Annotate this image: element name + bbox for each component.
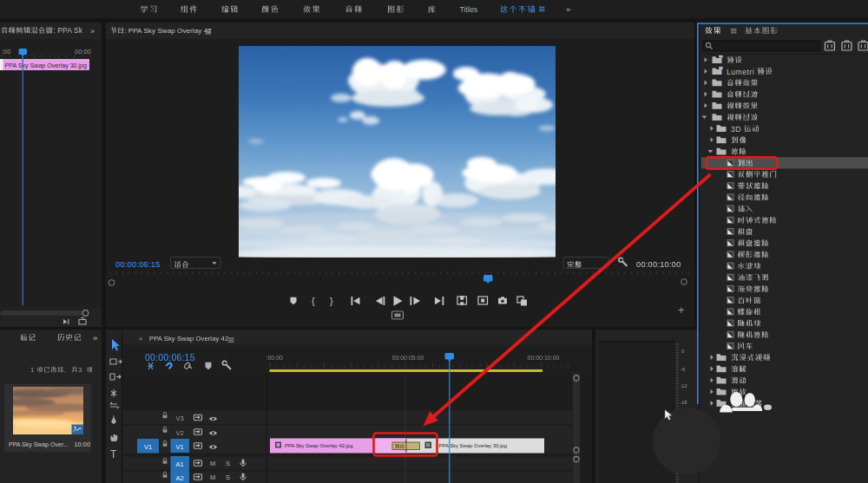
svg-text:: PPA Sk: : PPA Sk (53, 26, 83, 35)
svg-text:×: × (139, 335, 143, 343)
svg-text:V3: V3 (176, 414, 184, 422)
svg-text:3D: 3D (731, 125, 741, 134)
svg-text:00:00:06:15: 00:00:06:15 (115, 260, 161, 269)
svg-text:PPA Sky Swap Overlay 30.jpg: PPA Sky Swap Overlay 30.jpg (5, 62, 88, 69)
svg-text:T: T (110, 448, 117, 460)
svg-text:00:00:10:00: 00:00:10:00 (636, 260, 681, 269)
svg-text:00:00:10:00: 00:00:10:00 (528, 355, 560, 361)
svg-text:V1: V1 (176, 443, 184, 451)
svg-text:Titles: Titles (460, 5, 478, 14)
svg-text:V2: V2 (176, 429, 184, 437)
svg-text:-6: -6 (681, 367, 685, 372)
svg-text:: PPA Sky Swap Overlay 42: : PPA Sky Swap Overlay 42 (124, 27, 212, 35)
svg-text:S: S (226, 473, 230, 481)
svg-text:»: » (90, 27, 95, 36)
svg-text:PPA Sky Swap Overlay 42: PPA Sky Swap Overlay 42 (149, 335, 228, 343)
svg-text:00:00:05:00: 00:00:05:00 (392, 355, 424, 361)
svg-text:00:00:06:15: 00:00:06:15 (145, 352, 195, 362)
svg-text:M: M (210, 460, 215, 467)
svg-text:Lumetri: Lumetri (727, 68, 754, 76)
svg-text:{: { (312, 296, 315, 306)
svg-text:+: + (678, 304, 685, 317)
svg-text:V1: V1 (144, 443, 152, 451)
svg-text:3: 3 (78, 366, 82, 374)
svg-text:M: M (210, 473, 215, 481)
svg-text:A2: A2 (176, 474, 184, 482)
svg-text:S: S (226, 460, 230, 467)
svg-text:PPA Sky Swap Over...: PPA Sky Swap Over... (9, 441, 69, 448)
svg-text:-12: -12 (680, 383, 687, 388)
svg-text:-18: -18 (680, 400, 687, 405)
svg-text:»: » (566, 4, 570, 14)
svg-text::00: :00 (2, 48, 10, 55)
svg-text::00:00: :00:00 (266, 355, 284, 361)
svg-text:A1: A1 (176, 460, 184, 468)
svg-text:1: 1 (30, 366, 35, 374)
svg-text:10:00: 10:00 (75, 441, 91, 448)
svg-text:0: 0 (681, 349, 684, 354)
svg-text:}: } (330, 296, 333, 306)
svg-text:»: » (93, 333, 97, 343)
svg-text:PPA Sky Swap Overlay 42.jpg: PPA Sky Swap Overlay 42.jpg (285, 443, 352, 448)
